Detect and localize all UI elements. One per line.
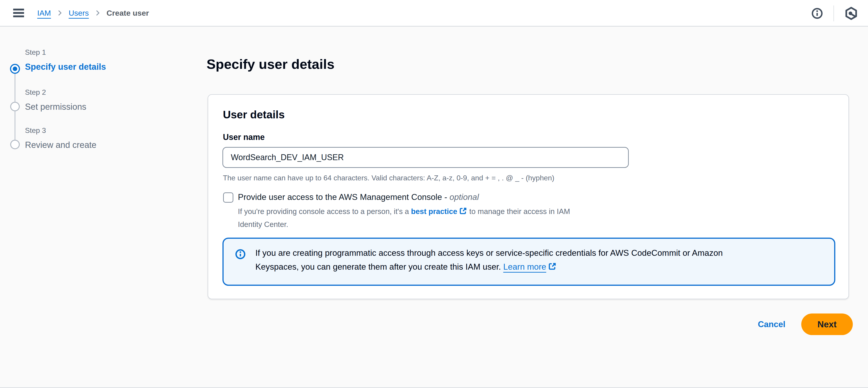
step2-eyebrow: Step 2 (25, 88, 86, 96)
page-title: Specify user details (207, 56, 335, 72)
step1-label[interactable]: Specify user details (25, 62, 106, 72)
top-navigation-bar: IAM Users Create user (0, 0, 868, 27)
chevron-right-icon (56, 9, 63, 17)
user-name-constraint-text: The user name can have up to 64 characte… (223, 174, 554, 182)
alert-message: If you are creating programmatic access … (255, 246, 723, 275)
external-link-icon (548, 263, 557, 273)
learn-more-link[interactable]: Learn more (503, 262, 557, 271)
step1-radio-icon (10, 64, 20, 74)
breadcrumb: IAM Users Create user (37, 9, 149, 18)
amazon-q-icon[interactable] (844, 7, 858, 20)
chevron-right-icon (94, 9, 101, 17)
topbar-actions (811, 0, 858, 27)
cancel-button[interactable]: Cancel (758, 320, 785, 329)
best-practice-link[interactable]: best practice (411, 207, 467, 216)
step2-label[interactable]: Set permissions (25, 102, 86, 112)
step1-eyebrow: Step 1 (25, 48, 106, 57)
wizard-actions: Cancel Next (0, 314, 853, 335)
external-link-icon (459, 208, 467, 217)
card-title: User details (223, 108, 285, 121)
step-item-3: Step 3 Review and create (25, 126, 96, 150)
hamburger-menu-icon[interactable] (13, 9, 24, 17)
console-access-label[interactable]: Provide user access to the AWS Managemen… (238, 192, 479, 202)
iam-create-user-page: { "topbar": { "breadcrumb": { "iam": "IA… (0, 0, 868, 388)
info-icon[interactable] (811, 7, 823, 19)
console-access-row: Provide user access to the AWS Managemen… (223, 192, 479, 203)
next-button[interactable]: Next (801, 314, 853, 335)
breadcrumb-iam-link[interactable]: IAM (37, 9, 51, 18)
info-alert: If you are creating programmatic access … (222, 238, 835, 286)
divider (834, 5, 834, 21)
step-item-1: Step 1 Specify user details (25, 48, 106, 72)
user-details-card: User details User name The user name can… (208, 94, 849, 299)
info-icon (235, 249, 246, 260)
console-access-description: If you're providing console access to a … (238, 206, 570, 230)
optional-text: optional (450, 192, 479, 202)
user-name-label: User name (223, 132, 265, 142)
user-name-input[interactable] (222, 147, 629, 168)
breadcrumb-current-page: Create user (106, 9, 149, 18)
step-item-2: Step 2 Set permissions (25, 88, 86, 112)
step3-label[interactable]: Review and create (25, 140, 96, 150)
console-access-checkbox[interactable] (223, 192, 234, 203)
step3-eyebrow: Step 3 (25, 126, 96, 135)
step3-radio-icon (10, 140, 20, 149)
step2-radio-icon (10, 102, 20, 111)
breadcrumb-users-link[interactable]: Users (68, 9, 89, 18)
